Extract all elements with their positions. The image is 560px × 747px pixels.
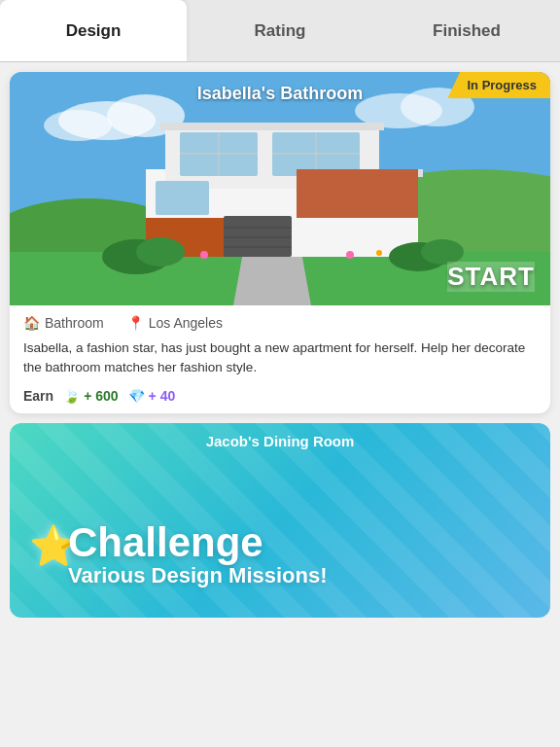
gem-icon: 🍃 [63, 388, 80, 404]
diamond-icon: 💎 [128, 388, 145, 404]
hero-image: Isabella's Bathroom In Progress START [10, 72, 550, 305]
earn-diamonds: 💎 + 40 [128, 388, 176, 404]
project-card: Isabella's Bathroom In Progress START 🏠 … [10, 72, 550, 413]
challenge-text: Challenge Various Design Missions! [68, 522, 541, 588]
challenge-subheading: Various Design Missions! [68, 563, 541, 588]
svg-point-33 [376, 250, 382, 256]
challenge-heading: Challenge [68, 522, 541, 563]
earn-label: Earn [23, 388, 53, 404]
svg-point-28 [136, 237, 185, 267]
room-type: 🏠 Bathroom [23, 315, 104, 331]
card-meta: 🏠 Bathroom 📍 Los Angeles [23, 315, 537, 331]
earn-row: Earn 🍃 + 600 💎 + 40 [23, 388, 537, 404]
tab-design[interactable]: Design [0, 0, 187, 61]
tab-bar: Design Rating Finished [0, 0, 560, 62]
earn-coins: 🍃 + 600 [63, 388, 118, 404]
card-info: 🏠 Bathroom 📍 Los Angeles Isabella, a fas… [10, 305, 550, 413]
start-button[interactable]: START [447, 262, 535, 292]
home-icon: 🏠 [23, 315, 40, 331]
challenge-title: Jacob's Dining Room [10, 423, 550, 459]
svg-rect-26 [297, 169, 418, 218]
svg-rect-17 [160, 123, 384, 130]
location-icon: 📍 [127, 315, 144, 331]
location: 📍 Los Angeles [127, 315, 223, 331]
tab-rating[interactable]: Rating [187, 0, 373, 61]
status-badge: In Progress [447, 72, 550, 98]
svg-rect-12 [224, 216, 292, 257]
main-content: Isabella's Bathroom In Progress START 🏠 … [0, 62, 560, 747]
tab-finished[interactable]: Finished [373, 0, 560, 61]
svg-rect-25 [156, 181, 209, 215]
svg-point-3 [44, 110, 112, 141]
challenge-card[interactable]: Jacob's Dining Room ⭐ Challenge Various … [10, 423, 550, 618]
svg-point-32 [346, 251, 354, 259]
svg-marker-9 [233, 252, 311, 305]
svg-point-31 [200, 251, 208, 259]
card-description: Isabella, a fashion star, has just bough… [23, 338, 537, 378]
